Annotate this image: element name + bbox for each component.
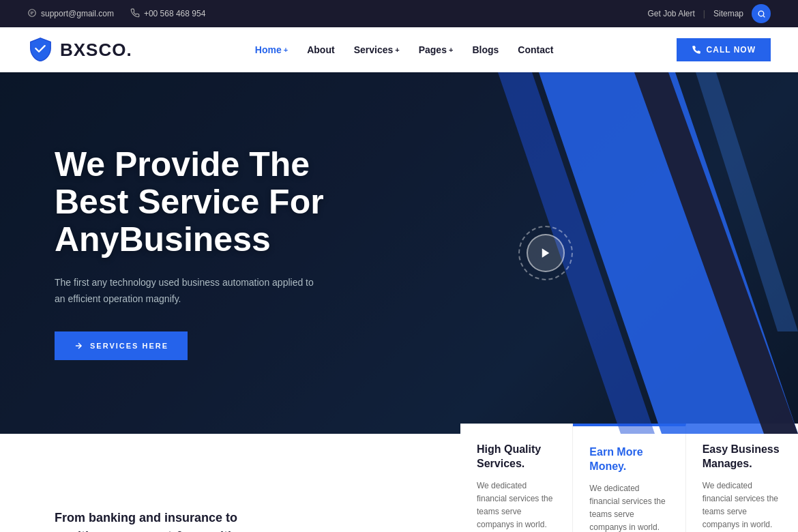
service-cards: High Quality Services. We dedicated fina… <box>460 424 798 532</box>
bottom-text-area: From banking and insurance to wealth man… <box>0 434 460 532</box>
nav-home[interactable]: Home + <box>247 40 296 59</box>
top-bar-right: Get Job Alert | Sitemap <box>647 4 771 23</box>
svg-point-0 <box>29 9 36 16</box>
divider: | <box>703 9 705 18</box>
phone-icon <box>692 45 701 55</box>
card-1-title: High Quality Services. <box>477 443 556 471</box>
card-2: Earn More Money. We dedicated financial … <box>573 424 685 532</box>
email-text: support@gmail.com <box>41 9 114 18</box>
hero-decorative-shapes <box>457 72 798 434</box>
hero-section: We Provide The Best Service For AnyBusin… <box>0 72 798 434</box>
email-item: support@gmail.com <box>27 8 114 20</box>
hero-cta-button[interactable]: SERVICES HERE <box>55 331 188 360</box>
logo[interactable]: BXSCO. <box>27 35 132 64</box>
phone-item: +00 568 468 954 <box>130 8 205 20</box>
home-dropdown-icon: + <box>284 46 288 54</box>
main-nav: Home + About Services + Pages + Blogs Co… <box>247 40 562 59</box>
nav-about[interactable]: About <box>299 40 342 59</box>
card-3-title: Easy Business Manages. <box>703 443 782 471</box>
play-button-area[interactable] <box>518 226 573 280</box>
hero-cta-label: SERVICES HERE <box>90 342 168 350</box>
nav-services[interactable]: Services + <box>346 40 408 59</box>
cards-and-bottom: From banking and insurance to wealth man… <box>0 434 798 532</box>
top-bar-left: support@gmail.com +00 568 468 954 <box>27 8 205 20</box>
nav-contact[interactable]: Contact <box>509 40 561 59</box>
card-3-text: We dedicated financial services the team… <box>703 479 782 532</box>
hero-subtitle: The first any technology used business a… <box>55 275 314 308</box>
search-button[interactable] <box>752 4 771 23</box>
logo-icon <box>27 35 53 64</box>
email-icon <box>27 8 37 20</box>
card-1: High Quality Services. We dedicated fina… <box>460 424 573 532</box>
svg-marker-6 <box>542 248 550 258</box>
call-now-label: CALL NOW <box>707 45 756 55</box>
bottom-description: From banking and insurance to wealth man… <box>55 509 259 532</box>
job-alert-link[interactable]: Get Job Alert <box>647 9 694 18</box>
play-button-outer[interactable] <box>518 226 573 280</box>
nav-blogs[interactable]: Blogs <box>464 40 507 59</box>
svg-point-1 <box>758 11 764 16</box>
nav-pages[interactable]: Pages + <box>411 40 462 59</box>
main-layout: From banking and insurance to wealth man… <box>0 434 798 532</box>
logo-text: BXSCO. <box>60 40 132 61</box>
header: BXSCO. Home + About Services + Pages + B… <box>0 27 798 72</box>
pages-dropdown-icon: + <box>449 46 453 54</box>
play-icon <box>540 247 552 259</box>
call-now-button[interactable]: CALL NOW <box>677 38 771 61</box>
card-2-title: Earn More Money. <box>589 445 668 474</box>
play-button-inner[interactable] <box>527 234 565 272</box>
hero-title: We Provide The Best Service For AnyBusin… <box>55 146 355 258</box>
phone-icon <box>130 8 140 20</box>
card-1-text: We dedicated financial services the team… <box>477 479 556 532</box>
services-dropdown-icon: + <box>395 46 399 54</box>
arrow-icon <box>74 341 83 351</box>
top-bar: support@gmail.com +00 568 468 954 Get Jo… <box>0 0 798 27</box>
card-2-text: We dedicated financial services the team… <box>589 482 668 532</box>
search-icon <box>757 10 766 18</box>
hero-content: We Provide The Best Service For AnyBusin… <box>0 146 382 361</box>
sitemap-link[interactable]: Sitemap <box>713 9 743 18</box>
card-3: Easy Business Manages. We dedicated fina… <box>686 424 798 532</box>
phone-text: +00 568 468 954 <box>144 9 205 18</box>
